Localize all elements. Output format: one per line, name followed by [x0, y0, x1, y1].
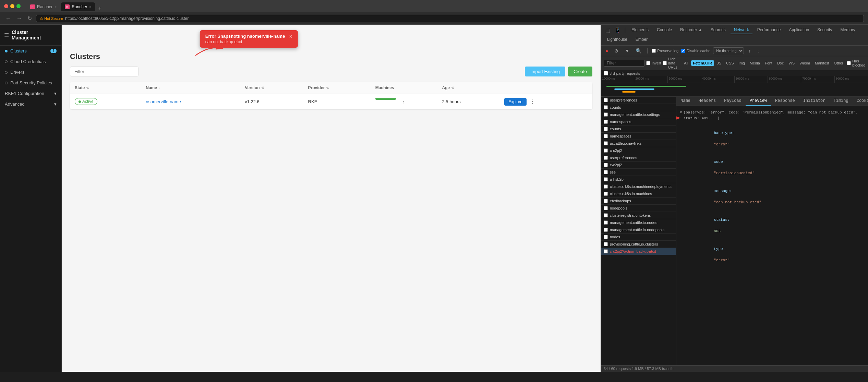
filter-font[interactable]: Font: [763, 60, 774, 66]
dt-tab-ember[interactable]: Ember: [632, 36, 651, 44]
preview-tab-payload[interactable]: Payload: [720, 97, 745, 106]
request-item-userpreferences[interactable]: userpreferences: [601, 97, 676, 104]
request-item-namespaces-2[interactable]: namespaces: [601, 133, 676, 140]
request-item-nodes[interactable]: nodes: [601, 234, 676, 241]
cluster-name-link[interactable]: nsomerville-name: [146, 99, 181, 104]
create-button[interactable]: Create: [568, 67, 592, 76]
req-checkbox-provisioning-clusters[interactable]: [604, 242, 608, 246]
devtools-filter-input[interactable]: [604, 60, 645, 67]
request-item-c-c2pj2-2[interactable]: c-c2pj2: [601, 162, 676, 169]
dt-tab-application[interactable]: Application: [785, 26, 812, 34]
hide-data-urls-checkbox[interactable]: Hide data URLs: [663, 57, 681, 69]
req-checkbox-nodes[interactable]: [604, 235, 608, 239]
dt-upload-icon[interactable]: ↑: [747, 47, 752, 55]
request-item-sse[interactable]: sse: [601, 169, 676, 176]
request-item-clusterregistrationtokens[interactable]: clusterregistrationtokens: [601, 212, 676, 219]
request-item-provisioning-clusters[interactable]: provisioning.cattle.io.clusters: [601, 241, 676, 248]
req-checkbox-clusterregistrationtokens[interactable]: [604, 213, 608, 217]
request-item-namespaces-1[interactable]: namespaces: [601, 118, 676, 126]
sidebar-item-pod-security[interactable]: Pod Security Policies: [0, 77, 61, 88]
filter-img[interactable]: Img: [737, 60, 747, 66]
dt-tab-elements[interactable]: Elements: [628, 26, 652, 34]
preview-tab-timing[interactable]: Timing: [830, 97, 853, 106]
url-bar[interactable]: ⚠ Not Secure https://localhost:8005/c/-c…: [36, 15, 864, 22]
request-item-backup-etcd[interactable]: c-c2pj2?action=backupEtcd: [601, 248, 676, 255]
dt-tab-memory[interactable]: Memory: [837, 26, 858, 34]
request-item-management-settings[interactable]: management.cattle.io.settings: [601, 111, 676, 118]
preview-tab-name[interactable]: Name: [676, 97, 695, 106]
reload-button[interactable]: ↻: [26, 14, 33, 22]
tab-close-2[interactable]: ×: [89, 5, 92, 9]
more-actions-button[interactable]: ⋮: [528, 97, 537, 105]
req-checkbox-etcdbackups[interactable]: [604, 199, 608, 203]
back-button[interactable]: ←: [4, 15, 12, 22]
req-checkbox-machines[interactable]: [604, 192, 608, 196]
filter-manifest[interactable]: Manifest: [813, 60, 831, 66]
req-checkbox-machinedeployments[interactable]: [604, 184, 608, 189]
req-checkbox-c-c2pj2-1[interactable]: [604, 148, 608, 153]
request-item-management-nodepools[interactable]: management.cattle.io.nodepools: [601, 226, 676, 234]
new-tab-button[interactable]: +: [95, 5, 104, 11]
request-item-machinedeployments[interactable]: cluster.x-k8s.io.machinedeployments: [601, 183, 676, 190]
preview-tab-preview[interactable]: Preview: [746, 97, 771, 106]
menu-icon[interactable]: ☰: [4, 32, 9, 38]
request-item-counts-1[interactable]: counts: [601, 104, 676, 111]
filter-other[interactable]: Other: [832, 60, 846, 66]
request-item-nodepools[interactable]: nodepools: [601, 205, 676, 212]
col-name[interactable]: Name ↓: [141, 82, 240, 94]
dt-filter-toggle[interactable]: ▼: [623, 47, 631, 55]
col-state[interactable]: State ⇅: [70, 82, 141, 94]
req-checkbox-u-hsb2b[interactable]: [604, 177, 608, 181]
dt-device-icon[interactable]: 📱: [613, 26, 622, 34]
request-item-u-hsb2b[interactable]: u-hsb2b: [601, 176, 676, 183]
filter-ws[interactable]: WS: [786, 60, 797, 66]
forward-button[interactable]: →: [15, 15, 23, 22]
preview-tab-headers[interactable]: Headers: [695, 97, 720, 106]
preserve-log-checkbox[interactable]: Preserve log: [652, 49, 678, 53]
dt-tab-lighthouse[interactable]: Lighthouse: [604, 36, 631, 44]
request-item-machines[interactable]: cluster.x-k8s.io.machines: [601, 190, 676, 198]
tab-rancher-2[interactable]: R Rancher ×: [61, 2, 95, 11]
col-provider[interactable]: Provider ⇅: [303, 82, 371, 94]
dt-tab-performance[interactable]: Performance: [754, 26, 784, 34]
dt-tab-console[interactable]: Console: [653, 26, 675, 34]
dt-clear-button[interactable]: ⊘: [613, 47, 620, 55]
request-item-navlinks[interactable]: ui.cattle.io.navlinks: [601, 140, 676, 147]
dt-tab-recorder[interactable]: Recorder ▲: [677, 26, 706, 34]
req-checkbox-management-nodes[interactable]: [604, 220, 608, 225]
col-version[interactable]: Version ⇅: [240, 82, 303, 94]
req-checkbox-sse[interactable]: [604, 170, 608, 174]
preview-tab-cookies[interactable]: Cookies: [853, 97, 868, 106]
preserve-log-input[interactable]: [652, 49, 656, 53]
invert-input[interactable]: [646, 61, 650, 65]
close-button[interactable]: [4, 4, 8, 8]
has-blocked-input[interactable]: [847, 61, 851, 65]
disable-cache-input[interactable]: [681, 49, 685, 53]
has-blocked-checkbox[interactable]: Has blocked: [847, 59, 865, 67]
req-checkbox-nodepools[interactable]: [604, 206, 608, 210]
req-checkbox-counts-2[interactable]: [604, 127, 608, 131]
dt-inspect-icon[interactable]: ⬚: [604, 26, 612, 34]
request-item-etcdbackups[interactable]: etcdbackups: [601, 198, 676, 205]
col-age[interactable]: Age ⇅: [437, 82, 500, 94]
filter-fetch-xhr[interactable]: Fetch/XHR: [691, 60, 714, 66]
req-checkbox-management-nodepools[interactable]: [604, 228, 608, 232]
filter-wasm[interactable]: Wasm: [797, 60, 812, 66]
dt-tab-security[interactable]: Security: [814, 26, 835, 34]
third-party-checkbox[interactable]: [604, 71, 608, 75]
request-item-counts-2[interactable]: counts: [601, 126, 676, 133]
preview-tab-response[interactable]: Response: [771, 97, 799, 106]
filter-doc[interactable]: Doc: [775, 60, 786, 66]
error-toast-close-button[interactable]: ×: [289, 34, 292, 40]
dt-record-button[interactable]: ●: [604, 47, 610, 55]
sidebar-item-clusters[interactable]: Clusters 1: [0, 46, 61, 56]
req-checkbox-backup-etcd[interactable]: [604, 249, 608, 253]
hide-data-urls-input[interactable]: [663, 61, 667, 65]
req-checkbox-counts-1[interactable]: [604, 105, 608, 109]
req-checkbox-namespaces-1[interactable]: [604, 120, 608, 124]
filter-input[interactable]: [70, 67, 138, 76]
req-checkbox-namespaces-2[interactable]: [604, 134, 608, 138]
tab-rancher-1[interactable]: R Rancher ×: [26, 2, 61, 11]
sidebar-section-rke1[interactable]: RKE1 Configuration ▾: [0, 88, 61, 99]
sidebar-item-cloud-credentials[interactable]: Cloud Credentials: [0, 56, 61, 67]
